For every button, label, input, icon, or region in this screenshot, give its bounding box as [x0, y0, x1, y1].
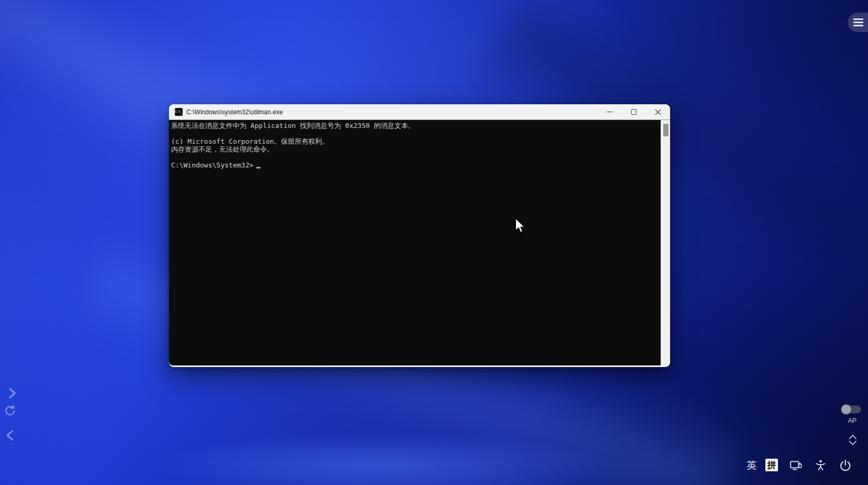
terminal-screen[interactable]: 系统无法在消息文件中为 Application 找到消息号为 0x2350 的消…: [169, 120, 661, 365]
ap-toggle[interactable]: [842, 405, 861, 413]
terminal-prompt-line: C:\Windows\System32>: [171, 161, 661, 169]
minimize-button[interactable]: [597, 104, 622, 120]
refresh-icon: [3, 404, 17, 418]
chevron-up-icon: [847, 434, 859, 440]
terminal-window: C:\_ C:\Windows\system32\utilman.exe 系统无…: [169, 104, 670, 367]
terminal-line: 系统无法在消息文件中为 Application 找到消息号为 0x2350 的消…: [171, 122, 661, 130]
terminal-prompt: C:\Windows\System32>: [171, 161, 254, 169]
minimize-icon: [607, 112, 613, 113]
network-icon: [789, 459, 803, 472]
terminal-line: [171, 153, 661, 161]
ime-pinyin-indicator[interactable]: 拼: [765, 459, 778, 471]
terminal-caret: [256, 167, 261, 169]
close-button[interactable]: [646, 104, 670, 120]
cmd-console-icon: C:\_: [175, 108, 183, 116]
ime-pinyin-glyph: 拼: [767, 459, 776, 471]
scrollbar-thumb[interactable]: [663, 124, 669, 136]
terminal-line: 内存资源不足，无法处理此命令。: [171, 145, 661, 153]
power-button[interactable]: [839, 459, 852, 472]
terminal-line: (c) Microsoft Corporation。保留所有权利。: [171, 137, 661, 145]
power-icon: [839, 459, 852, 472]
terminal-line: [171, 130, 661, 137]
refresh-button[interactable]: [3, 404, 17, 418]
close-icon: [655, 109, 661, 115]
accessibility-icon: [814, 459, 827, 472]
toggle-knob: [841, 404, 851, 414]
menu-button[interactable]: [848, 13, 868, 32]
ime-english-indicator[interactable]: 英: [745, 459, 759, 472]
network-button[interactable]: [789, 459, 803, 472]
chevron-right-icon: [5, 386, 19, 400]
expand-collapse-control[interactable]: [847, 434, 859, 446]
hamburger-icon: [853, 18, 863, 20]
terminal-scrollbar[interactable]: [661, 120, 670, 365]
maximize-button[interactable]: [622, 104, 646, 120]
forward-button[interactable]: [5, 386, 19, 400]
accessibility-button[interactable]: [814, 459, 827, 472]
window-title: C:\Windows\system32\utilman.exe: [186, 108, 283, 116]
window-controls: [597, 104, 670, 120]
ap-toggle-label: AP: [843, 417, 862, 424]
back-button[interactable]: [3, 428, 17, 442]
login-screen: C:\_ C:\Windows\system32\utilman.exe 系统无…: [0, 0, 868, 485]
chevron-down-icon: [847, 440, 859, 446]
chevron-left-icon: [3, 428, 17, 442]
window-titlebar[interactable]: C:\_ C:\Windows\system32\utilman.exe: [169, 104, 670, 120]
maximize-icon: [631, 109, 637, 115]
